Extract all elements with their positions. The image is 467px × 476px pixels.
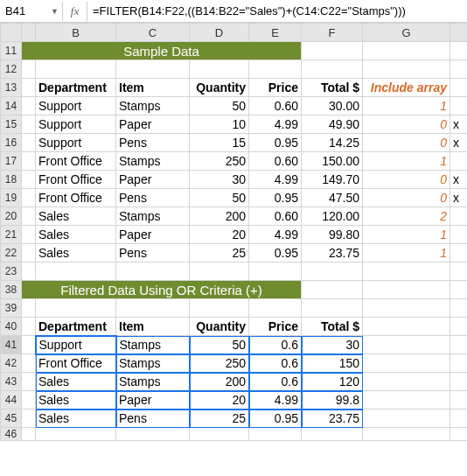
cell-mark[interactable]: x <box>450 116 468 134</box>
row-header[interactable]: 40 <box>1 318 22 336</box>
cell-price[interactable]: 0.95 <box>249 134 302 152</box>
cell-item[interactable]: Stamps <box>116 354 190 373</box>
cell-price[interactable]: 4.99 <box>249 171 302 189</box>
cell-total[interactable]: 99.80 <box>302 226 363 244</box>
cell-price[interactable]: 0.60 <box>249 152 302 171</box>
cell-mark[interactable]: x <box>450 171 468 189</box>
cell-price[interactable]: 4.99 <box>249 391 302 410</box>
cell-price[interactable]: 4.99 <box>249 116 302 134</box>
cell-qty[interactable]: 25 <box>190 244 249 262</box>
header-total[interactable]: Total $ <box>302 79 363 97</box>
col-header[interactable] <box>450 24 468 42</box>
cell-mark[interactable] <box>450 244 468 262</box>
row-header[interactable]: 14 <box>1 97 22 116</box>
cell-item[interactable]: Paper <box>116 171 190 189</box>
cell-mark[interactable] <box>450 97 468 116</box>
cell-price[interactable]: 0.6 <box>249 373 302 391</box>
header-total[interactable]: Total $ <box>302 318 363 336</box>
cell-mark[interactable]: x <box>450 189 468 207</box>
header-include[interactable]: Include array <box>363 79 450 97</box>
cell-price[interactable]: 0.60 <box>249 207 302 226</box>
header-quantity[interactable]: Quantity <box>190 79 249 97</box>
row-header[interactable]: 19 <box>1 189 22 207</box>
cell-dept[interactable]: Sales <box>36 207 116 226</box>
cell-item[interactable]: Paper <box>116 226 190 244</box>
cell-qty[interactable]: 200 <box>190 373 249 391</box>
col-header[interactable]: G <box>363 24 450 42</box>
header-department[interactable]: Department <box>36 79 116 97</box>
cell-total[interactable]: 23.75 <box>302 410 363 428</box>
cell-qty[interactable]: 20 <box>190 226 249 244</box>
row-header[interactable]: 11 <box>1 42 22 60</box>
row-header[interactable]: 18 <box>1 171 22 189</box>
row-header[interactable]: 13 <box>1 79 22 97</box>
cell-dept[interactable]: Sales <box>36 373 116 391</box>
cell-include[interactable]: 0 <box>363 189 450 207</box>
cell-item[interactable]: Stamps <box>116 336 190 354</box>
cell-include[interactable]: 1 <box>363 226 450 244</box>
row-header[interactable]: 21 <box>1 226 22 244</box>
cell-price[interactable]: 0.95 <box>249 189 302 207</box>
cell-mark[interactable] <box>450 207 468 226</box>
cell-qty[interactable]: 20 <box>190 391 249 410</box>
header-quantity[interactable]: Quantity <box>190 318 249 336</box>
cell-dept[interactable]: Support <box>36 116 116 134</box>
cell-include[interactable]: 1 <box>363 152 450 171</box>
cell-total[interactable]: 150.00 <box>302 152 363 171</box>
cell-dept[interactable]: Sales <box>36 226 116 244</box>
header-item[interactable]: Item <box>116 318 190 336</box>
cell-item[interactable]: Pens <box>116 244 190 262</box>
row-header[interactable]: 46 <box>1 428 22 441</box>
row-header[interactable]: 41 <box>1 336 22 354</box>
cell-total[interactable]: 49.90 <box>302 116 363 134</box>
row-header[interactable]: 23 <box>1 262 22 281</box>
row-header[interactable]: 16 <box>1 134 22 152</box>
cell-include[interactable]: 0 <box>363 171 450 189</box>
row-header[interactable]: 38 <box>1 281 22 299</box>
cell-item[interactable]: Pens <box>116 410 190 428</box>
cell-dept[interactable]: Front Office <box>36 189 116 207</box>
name-box[interactable]: B41 ▼ <box>0 2 63 21</box>
cell-dept[interactable]: Sales <box>36 391 116 410</box>
cell-mark[interactable] <box>450 152 468 171</box>
cell-price[interactable]: 4.99 <box>249 226 302 244</box>
cell-include[interactable]: 1 <box>363 244 450 262</box>
cell-include[interactable]: 1 <box>363 97 450 116</box>
cell-total[interactable]: 23.75 <box>302 244 363 262</box>
row-header[interactable]: 43 <box>1 373 22 391</box>
row-header[interactable]: 20 <box>1 207 22 226</box>
row-header[interactable]: 42 <box>1 354 22 373</box>
cell-dept[interactable]: Support <box>36 134 116 152</box>
cell-item[interactable]: Stamps <box>116 373 190 391</box>
spreadsheet-grid[interactable]: B C D E F G 11 Sample Data 12 13 Departm… <box>0 23 467 441</box>
row-header[interactable]: 45 <box>1 410 22 428</box>
cell-dept[interactable]: Front Office <box>36 171 116 189</box>
cell-item[interactable]: Stamps <box>116 207 190 226</box>
cell-qty[interactable]: 50 <box>190 189 249 207</box>
cell-item[interactable]: Stamps <box>116 97 190 116</box>
cell-qty[interactable]: 10 <box>190 116 249 134</box>
col-header[interactable]: F <box>302 24 363 42</box>
cell-qty[interactable]: 15 <box>190 134 249 152</box>
header-price[interactable]: Price <box>249 318 302 336</box>
cell-price[interactable]: 0.95 <box>249 244 302 262</box>
cell-dept[interactable]: Sales <box>36 410 116 428</box>
chevron-down-icon[interactable]: ▼ <box>51 7 59 16</box>
cell-total[interactable]: 30 <box>302 336 363 354</box>
cell-total[interactable]: 150 <box>302 354 363 373</box>
col-header[interactable]: B <box>36 24 116 42</box>
cell-total[interactable]: 149.70 <box>302 171 363 189</box>
fx-button[interactable]: fx <box>63 2 87 21</box>
cell-item[interactable]: Paper <box>116 391 190 410</box>
cell-qty[interactable]: 250 <box>190 152 249 171</box>
cell-include[interactable]: 2 <box>363 207 450 226</box>
cell-qty[interactable]: 250 <box>190 354 249 373</box>
cell-item[interactable]: Stamps <box>116 152 190 171</box>
cell-price[interactable]: 0.60 <box>249 97 302 116</box>
cell-dept[interactable]: Support <box>36 336 116 354</box>
cell-qty[interactable]: 50 <box>190 336 249 354</box>
row-header[interactable]: 39 <box>1 299 22 318</box>
col-header[interactable]: D <box>190 24 249 42</box>
cell-price[interactable]: 0.6 <box>249 336 302 354</box>
cell-mark[interactable]: x <box>450 134 468 152</box>
